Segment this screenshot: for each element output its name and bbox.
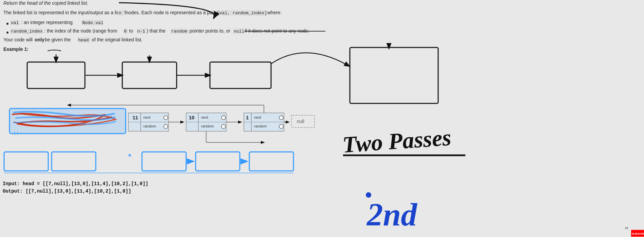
svg-rect-88 bbox=[142, 152, 186, 171]
svg-text:only: only bbox=[35, 37, 44, 42]
svg-text:be given the: be given the bbox=[45, 37, 71, 42]
svg-text:n: n bbox=[119, 11, 122, 16]
svg-text:random: random bbox=[171, 29, 187, 34]
svg-text:: the index of the node (range: : the index of the node (range from bbox=[44, 28, 117, 34]
svg-text:next: next bbox=[143, 115, 150, 119]
svg-text:Your code will: Your code will bbox=[3, 37, 33, 42]
svg-rect-38 bbox=[27, 62, 85, 88]
svg-text:random: random bbox=[143, 124, 156, 128]
svg-text:re: re bbox=[625, 226, 628, 230]
svg-rect-49 bbox=[10, 108, 126, 134]
svg-point-75 bbox=[279, 116, 283, 120]
svg-rect-18 bbox=[123, 28, 128, 34]
svg-point-57 bbox=[164, 124, 168, 129]
svg-text:null: null bbox=[297, 119, 304, 124]
svg-text:where:: where: bbox=[267, 10, 282, 15]
svg-text:Input:  head = [[7,null],[13,0: Input: head = [[7,null],[13,0],[11,4],[1… bbox=[3, 181, 148, 186]
svg-text:random_index: random_index bbox=[11, 29, 43, 34]
svg-point-55 bbox=[164, 116, 168, 120]
svg-text:Example 1:: Example 1: bbox=[3, 46, 29, 52]
svg-rect-50 bbox=[128, 113, 168, 131]
svg-text:↑↑: ↑↑ bbox=[13, 130, 19, 136]
svg-point-99 bbox=[366, 192, 371, 198]
svg-text:10: 10 bbox=[189, 115, 195, 120]
svg-text:null: null bbox=[234, 29, 244, 34]
svg-rect-12 bbox=[82, 20, 103, 25]
svg-text:next: next bbox=[254, 115, 261, 119]
svg-text:nodes. Each node is represente: nodes. Each node is represented as a pai… bbox=[126, 10, 220, 15]
svg-rect-92 bbox=[249, 152, 293, 171]
svg-rect-42 bbox=[210, 62, 271, 88]
svg-text:head: head bbox=[78, 38, 89, 43]
svg-rect-5 bbox=[216, 10, 266, 16]
svg-text:to: to bbox=[129, 28, 133, 34]
svg-text:random: random bbox=[201, 124, 214, 128]
svg-text:: an integer representing: : an integer representing bbox=[21, 20, 73, 25]
svg-text:11: 11 bbox=[132, 115, 138, 120]
svg-rect-2 bbox=[118, 10, 124, 16]
svg-rect-27 bbox=[233, 28, 243, 34]
svg-text:Return the head of the copied : Return the head of the copied linked lis… bbox=[3, 0, 88, 6]
svg-point-8 bbox=[6, 23, 8, 25]
svg-text:Two Passes: Two Passes bbox=[342, 124, 452, 158]
svg-rect-70 bbox=[244, 113, 284, 131]
drawing-overlay: Return the head of the copied linked lis… bbox=[0, 0, 644, 237]
svg-text:SUBSCRIBE: SUBSCRIBE bbox=[632, 232, 644, 235]
svg-text:0: 0 bbox=[124, 29, 127, 34]
svg-text:Node.val: Node.val bbox=[82, 20, 104, 25]
svg-point-87 bbox=[128, 154, 131, 157]
svg-rect-101 bbox=[631, 230, 644, 237]
svg-text:[val, random_index]: [val, random_index] bbox=[217, 11, 267, 16]
svg-text:2nd: 2nd bbox=[366, 197, 417, 233]
svg-text:pointer points to, or: pointer points to, or bbox=[190, 28, 230, 34]
svg-rect-60 bbox=[186, 113, 226, 131]
svg-point-77 bbox=[279, 124, 283, 129]
svg-rect-9 bbox=[10, 20, 20, 25]
svg-point-65 bbox=[221, 116, 226, 120]
svg-text:) that the: ) that the bbox=[147, 28, 165, 34]
svg-point-67 bbox=[221, 124, 226, 129]
svg-rect-79 bbox=[291, 115, 315, 127]
svg-rect-15 bbox=[10, 28, 43, 34]
svg-rect-85 bbox=[4, 152, 48, 171]
svg-rect-40 bbox=[122, 62, 177, 88]
svg-text:of the original linked list.: of the original linked list. bbox=[92, 37, 142, 42]
main-page: Return the head of the copied linked lis… bbox=[0, 0, 644, 237]
svg-rect-34 bbox=[77, 37, 90, 43]
svg-point-14 bbox=[6, 32, 8, 34]
svg-text:1: 1 bbox=[246, 115, 249, 120]
svg-rect-86 bbox=[52, 152, 96, 171]
svg-text:n-1: n-1 bbox=[137, 29, 145, 34]
svg-text:val: val bbox=[11, 20, 19, 25]
svg-text:random: random bbox=[254, 124, 267, 128]
svg-rect-90 bbox=[196, 152, 240, 171]
svg-rect-43 bbox=[350, 47, 438, 103]
svg-text:if it does not point to any no: if it does not point to any node. bbox=[245, 28, 309, 34]
svg-text:The linked list is represented: The linked list is represented in the in… bbox=[3, 10, 126, 15]
svg-rect-21 bbox=[137, 28, 146, 34]
svg-text:next: next bbox=[201, 115, 208, 119]
svg-rect-24 bbox=[171, 28, 189, 34]
svg-text:Output: [[7,null],[13,0],[11,4: Output: [[7,null],[13,0],[11,4],[10,2],[… bbox=[3, 189, 131, 194]
